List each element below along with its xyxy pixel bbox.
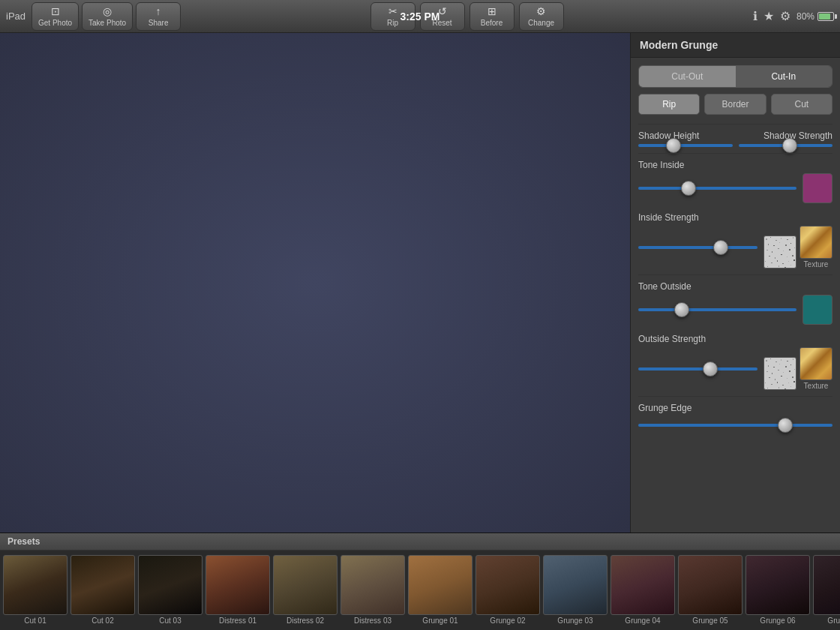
top-bar-right: ℹ ★ ⚙ 80% xyxy=(753,9,834,23)
share-button[interactable]: ↑ Share xyxy=(136,2,181,31)
battery-area: 80% xyxy=(796,11,834,22)
outside-texture-col-2: Texture xyxy=(800,347,832,390)
preset-label-grunge03: Grunge 03 xyxy=(557,616,592,625)
grunge-edge-label: Grunge Edge xyxy=(638,403,832,413)
shadow-strength-slider[interactable] xyxy=(739,144,833,147)
canvas-area[interactable] xyxy=(0,33,630,532)
tone-outside-label: Tone Outside xyxy=(638,281,832,292)
take-photo-icon: ◎ xyxy=(103,5,112,17)
rip-mode-button[interactable]: Rip xyxy=(638,94,700,115)
top-actions: ✂ Rip ↺ Reset ⊞ Before ⚙ Change xyxy=(370,2,564,31)
take-photo-button[interactable]: ◎ Take Photo xyxy=(82,2,133,31)
inside-texture-thumb-2[interactable] xyxy=(800,226,832,259)
info-icon[interactable]: ℹ xyxy=(753,9,758,23)
outside-texture-label: Texture xyxy=(804,382,829,390)
preset-item-cut03[interactable]: Cut 03 xyxy=(138,555,202,625)
preset-thumb-grunge03 xyxy=(543,555,608,615)
presets-label: Presets xyxy=(0,533,840,550)
preset-item-distress02[interactable]: Distress 02 xyxy=(273,555,338,625)
outside-strength-label: Outside Strength xyxy=(638,334,832,344)
grunge-edge-section: Grunge Edge xyxy=(631,398,840,437)
preset-item-grunge03[interactable]: Grunge 03 xyxy=(543,555,608,625)
inside-texture-col-2: Texture xyxy=(800,226,832,268)
divider-3 xyxy=(638,274,832,275)
top-bar: iPad ⊡ Get Photo ◎ Take Photo ↑ Share ✂ … xyxy=(0,0,840,33)
outside-texture-thumb-1[interactable] xyxy=(764,357,796,390)
preset-thumb-distress01 xyxy=(206,555,270,615)
time-display: 3:25 PM xyxy=(400,10,440,22)
rip-icon: ✂ xyxy=(388,5,398,17)
battery-pct-label: 80% xyxy=(796,11,814,22)
outside-strength-section: Outside Strength Texture xyxy=(631,329,840,394)
cut-mode-button[interactable]: Cut xyxy=(771,94,832,115)
preset-label-cut03: Cut 03 xyxy=(159,616,181,625)
tone-outside-swatch[interactable] xyxy=(802,295,832,325)
preset-label-distress02: Distress 02 xyxy=(286,616,324,625)
preset-thumb-cut01 xyxy=(3,555,68,615)
tone-outside-row xyxy=(638,295,832,325)
border-mode-button[interactable]: Border xyxy=(704,94,766,115)
star-icon[interactable]: ★ xyxy=(764,9,774,23)
before-button[interactable]: ⊞ Before xyxy=(470,2,514,31)
preset-thumb-cut03 xyxy=(138,555,202,615)
inside-strength-slider[interactable] xyxy=(638,246,758,249)
share-label: Share xyxy=(148,19,169,27)
shadow-controls: Shadow Height Shadow Strength xyxy=(631,126,840,152)
before-icon: ⊞ xyxy=(488,5,496,17)
cut-in-button[interactable]: Cut-In xyxy=(736,66,832,87)
outside-texture-col-1 xyxy=(764,357,796,390)
preset-label-grunge04: Grunge 04 xyxy=(625,616,660,625)
ipad-label: iPad xyxy=(6,10,26,22)
rip-label: Rip xyxy=(387,19,398,27)
bottom-bar: Presets Cut 01Cut 02Cut 03Distress 01Dis… xyxy=(0,532,840,630)
cut-out-button[interactable]: Cut-Out xyxy=(639,66,736,87)
tone-outside-section: Tone Outside xyxy=(631,277,840,329)
preset-label-grunge06: Grunge 06 xyxy=(760,616,795,625)
preset-item-cut02[interactable]: Cut 02 xyxy=(70,555,135,625)
battery-icon xyxy=(818,12,834,21)
preset-item-grunge02[interactable]: Grunge 02 xyxy=(476,555,540,625)
get-photo-button[interactable]: ⊡ Get Photo xyxy=(32,2,79,31)
divider-4 xyxy=(638,396,832,397)
cutout-cutin-toggle: Cut-Out Cut-In xyxy=(638,65,832,88)
preset-item-grunge06[interactable]: Grunge 06 xyxy=(746,555,810,625)
preset-label-grunge05: Grunge 05 xyxy=(692,616,728,625)
right-panel: Modern Grunge Cut-Out Cut-In Rip Border … xyxy=(630,33,840,532)
preset-label-cut01: Cut 01 xyxy=(24,616,46,625)
shadow-sliders xyxy=(638,144,832,147)
texture-label: Texture xyxy=(804,260,829,268)
change-label: Change xyxy=(528,19,554,27)
outside-strength-slider[interactable] xyxy=(638,368,758,370)
preset-label-grunge01: Grunge 01 xyxy=(422,616,458,625)
tone-inside-swatch[interactable] xyxy=(802,173,832,203)
inside-texture-group: Texture xyxy=(764,226,832,268)
preset-item-cut01[interactable]: Cut 01 xyxy=(3,555,68,625)
outside-texture-thumb-2[interactable] xyxy=(800,347,832,380)
settings-icon[interactable]: ⚙ xyxy=(780,9,790,23)
presets-scroll: Cut 01Cut 02Cut 03Distress 01Distress 02… xyxy=(0,550,840,628)
preset-item-grunge07[interactable]: Grunge 07 xyxy=(813,555,840,625)
preset-label-grunge02: Grunge 02 xyxy=(490,616,525,625)
preset-item-grunge04[interactable]: Grunge 04 xyxy=(610,555,675,625)
shadow-height-slider[interactable] xyxy=(638,144,733,147)
preset-thumb-cut02 xyxy=(70,555,135,615)
share-icon: ↑ xyxy=(156,5,161,17)
main-content: Modern Grunge Cut-Out Cut-In Rip Border … xyxy=(0,33,840,532)
top-bar-center: ✂ Rip ↺ Reset ⊞ Before ⚙ Change 3:25 PM xyxy=(181,2,753,31)
tone-inside-row xyxy=(638,173,832,203)
preset-item-grunge05[interactable]: Grunge 05 xyxy=(678,555,742,625)
preset-item-grunge01[interactable]: Grunge 01 xyxy=(408,555,472,625)
preset-thumb-grunge06 xyxy=(746,555,810,615)
mode-row: Rip Border Cut xyxy=(638,94,832,115)
tone-outside-slider[interactable] xyxy=(638,308,796,311)
camera-icon: ⊡ xyxy=(51,5,60,17)
preset-thumb-grunge07 xyxy=(813,555,840,615)
preset-item-distress03[interactable]: Distress 03 xyxy=(340,555,405,625)
preset-thumb-grunge01 xyxy=(408,555,472,615)
change-button[interactable]: ⚙ Change xyxy=(519,2,564,31)
tone-inside-slider[interactable] xyxy=(638,187,796,190)
grunge-edge-slider[interactable] xyxy=(638,424,832,427)
preset-item-distress01[interactable]: Distress 01 xyxy=(206,555,270,625)
preset-thumb-grunge04 xyxy=(610,555,675,615)
inside-texture-thumb-1[interactable] xyxy=(764,236,796,268)
